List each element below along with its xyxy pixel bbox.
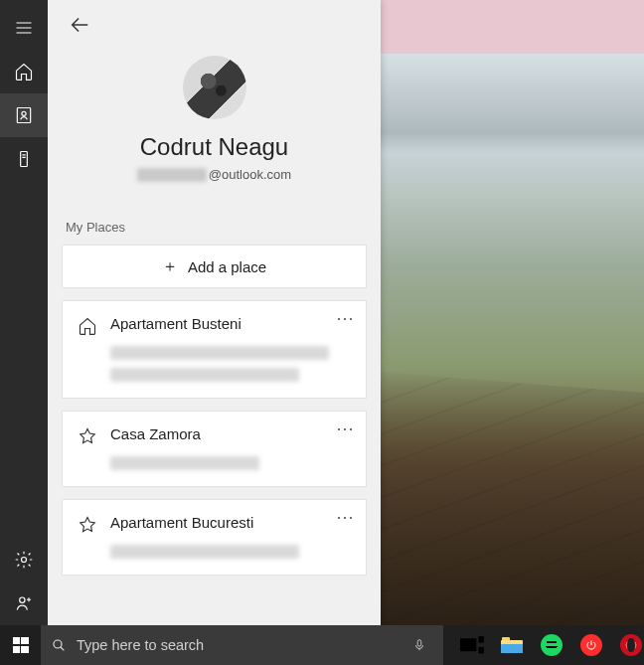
home-icon	[77, 315, 98, 336]
opera-button[interactable]	[618, 632, 644, 658]
redacted-line	[110, 456, 259, 470]
mic-button[interactable]	[405, 636, 433, 654]
avatar[interactable]	[183, 56, 246, 119]
place-card[interactable]: ⋯ Apartament Busteni	[62, 300, 367, 399]
svg-rect-7	[460, 639, 476, 652]
place-card[interactable]: ⋯ Apartament Bucuresti	[62, 499, 367, 576]
svg-point-5	[54, 640, 62, 648]
search-icon	[51, 637, 67, 653]
account-panel: Codrut Neagu @outlook.com My Places ＋ Ad…	[48, 0, 381, 625]
opera-icon	[620, 634, 642, 656]
power-app-button[interactable]	[578, 632, 604, 658]
taskbar	[0, 625, 644, 665]
person-add-icon	[14, 593, 34, 613]
hamburger-icon	[14, 18, 34, 38]
nav-menu-button[interactable]	[0, 6, 48, 50]
star-icon	[77, 425, 98, 446]
svg-point-4	[20, 597, 25, 602]
nav-home-button[interactable]	[0, 50, 48, 93]
windows-logo-icon	[13, 637, 29, 653]
taskbar-search[interactable]	[41, 625, 443, 665]
power-icon	[580, 634, 602, 656]
task-view-button[interactable]	[459, 632, 485, 658]
my-places-label: My Places	[48, 200, 381, 245]
places-list: ＋ Add a place ⋯ Apartament Busteni ⋯	[48, 245, 381, 589]
redacted-line	[110, 346, 329, 360]
spotify-icon	[541, 634, 563, 656]
redacted-line	[110, 545, 299, 559]
start-button[interactable]	[0, 625, 41, 665]
account-card-icon	[14, 105, 34, 125]
star-icon	[77, 514, 98, 535]
svg-rect-2	[21, 152, 28, 167]
home-icon	[14, 62, 34, 82]
taskbar-tray	[443, 632, 644, 658]
tower-icon	[14, 149, 34, 169]
redacted-line	[110, 368, 299, 382]
microphone-icon	[412, 636, 426, 654]
redacted-email-user	[137, 168, 207, 182]
plus-icon: ＋	[162, 256, 178, 277]
place-title: Apartament Bucuresti	[110, 514, 253, 531]
arrow-left-icon	[69, 14, 90, 36]
place-more-button[interactable]: ⋯	[336, 419, 356, 437]
svg-rect-6	[417, 640, 421, 646]
place-more-button[interactable]: ⋯	[336, 508, 356, 526]
add-place-button[interactable]: ＋ Add a place	[62, 245, 367, 288]
profile-email-suffix: @outlook.com	[209, 167, 291, 182]
file-explorer-icon	[501, 637, 523, 653]
file-explorer-button[interactable]	[499, 632, 525, 658]
place-card[interactable]: ⋯ Casa Zamora	[62, 411, 367, 487]
place-title: Apartament Busteni	[110, 315, 242, 332]
gear-icon	[14, 550, 34, 570]
nav-settings-button[interactable]	[0, 538, 48, 582]
app-nav-rail	[0, 0, 48, 625]
nav-people-button[interactable]	[0, 582, 48, 625]
task-view-icon	[459, 635, 485, 655]
profile-email: @outlook.com	[137, 167, 291, 182]
svg-rect-8	[479, 636, 484, 643]
profile-block: Codrut Neagu @outlook.com	[48, 50, 381, 200]
add-place-label: Add a place	[188, 258, 266, 275]
profile-display-name: Codrut Neagu	[140, 133, 288, 161]
nav-device-button[interactable]	[0, 137, 48, 181]
svg-point-1	[22, 111, 26, 115]
place-more-button[interactable]: ⋯	[336, 309, 356, 327]
nav-account-button[interactable]	[0, 93, 48, 137]
back-button[interactable]	[62, 7, 97, 43]
svg-rect-9	[479, 647, 484, 654]
place-title: Casa Zamora	[110, 425, 201, 442]
search-input[interactable]	[77, 637, 396, 653]
svg-point-3	[22, 558, 27, 563]
panel-header	[48, 0, 381, 50]
spotify-button[interactable]	[539, 632, 564, 658]
